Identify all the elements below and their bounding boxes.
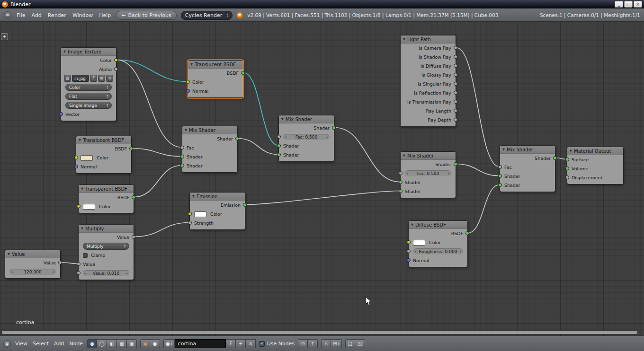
socket-alpha[interactable] bbox=[114, 67, 118, 71]
info-editor-type-button[interactable]: ≡ bbox=[4, 11, 11, 19]
socket-roughness-0-000[interactable] bbox=[407, 249, 411, 253]
image-name-field[interactable]: in.jpg bbox=[72, 75, 89, 82]
snap-magnet-button[interactable]: ∩ bbox=[321, 339, 331, 348]
node-header[interactable]: ▼Translucent BSDF bbox=[76, 136, 131, 144]
socket-shader[interactable] bbox=[498, 174, 502, 178]
unlink-image-button[interactable]: × bbox=[106, 75, 113, 82]
increment-icon[interactable]: ▸ bbox=[53, 270, 54, 274]
menu-help[interactable]: Help bbox=[98, 12, 112, 18]
node-mix1[interactable]: ▼Mix ShaderShader◂Fac: 0.500▸ShaderShade… bbox=[278, 115, 334, 162]
go-to-parent-button[interactable]: ↥ bbox=[308, 339, 318, 348]
socket-shader[interactable] bbox=[399, 180, 402, 184]
collapse-icon[interactable]: ▼ bbox=[79, 138, 81, 142]
menu-view[interactable]: View bbox=[14, 341, 28, 347]
slider-fac-0-500[interactable]: ◂Fac: 0.500▸ bbox=[283, 134, 330, 140]
fake-user-button[interactable]: F bbox=[226, 339, 236, 348]
fake-user-button[interactable]: F bbox=[90, 75, 97, 82]
socket-value[interactable] bbox=[58, 261, 62, 264]
region-expand-button[interactable]: + bbox=[1, 33, 8, 40]
socket-is-transmission-ray[interactable] bbox=[454, 100, 457, 104]
paste-nodes-button[interactable]: ◳ bbox=[355, 339, 365, 348]
socket-shader[interactable] bbox=[277, 153, 281, 157]
socket-strength[interactable] bbox=[188, 221, 192, 225]
collapse-icon[interactable]: ▼ bbox=[81, 187, 83, 191]
socket-vector[interactable] bbox=[59, 112, 63, 116]
socket-fac-0-500[interactable] bbox=[277, 135, 281, 139]
lamp-nodes-button[interactable]: ◐ bbox=[107, 339, 117, 348]
horizontal-scrollbar[interactable] bbox=[1, 330, 638, 334]
socket-bsdf[interactable] bbox=[132, 195, 135, 199]
socket-color[interactable] bbox=[114, 58, 118, 62]
socket-volume[interactable] bbox=[565, 167, 569, 170]
socket-shader[interactable] bbox=[498, 183, 502, 187]
increment-icon[interactable]: ▸ bbox=[460, 250, 462, 254]
node-multiply[interactable]: ▼MultiplyValueMultiply▴▾ClampValue◂Value… bbox=[78, 224, 134, 280]
socket-color[interactable] bbox=[74, 156, 78, 159]
value-field-120-000[interactable]: ◂120.000▸ bbox=[9, 269, 56, 275]
socket-normal[interactable] bbox=[407, 258, 411, 262]
scrollbar-thumb[interactable] bbox=[2, 331, 637, 334]
socket-value[interactable] bbox=[132, 235, 135, 239]
collapse-icon[interactable]: ▼ bbox=[192, 194, 195, 198]
socket-shader[interactable] bbox=[553, 156, 557, 160]
socket-fac[interactable] bbox=[180, 146, 184, 149]
menu-render[interactable]: Render bbox=[47, 12, 67, 18]
socket-normal[interactable] bbox=[74, 165, 78, 168]
node-transl2[interactable]: ▼Translucent BSDFBSDFColorNormal bbox=[76, 136, 132, 174]
socket-fac[interactable] bbox=[498, 165, 502, 169]
dropdown-multiply[interactable]: Multiply▴▾ bbox=[83, 243, 129, 250]
node-header[interactable]: ▼Light Path bbox=[401, 35, 456, 44]
collapse-icon[interactable]: ▼ bbox=[63, 50, 66, 53]
node-header[interactable]: ▼Transparent BSDF bbox=[79, 185, 134, 193]
socket-shader[interactable] bbox=[454, 162, 457, 166]
socket-is-camera-ray[interactable] bbox=[454, 46, 457, 50]
socket-shader[interactable] bbox=[180, 155, 184, 158]
use-nodes-checkbox[interactable]: ✓ Use Nodes bbox=[259, 341, 295, 347]
socket-normal[interactable] bbox=[186, 89, 190, 93]
menu-window[interactable]: Window bbox=[72, 12, 94, 18]
close-button[interactable]: × bbox=[634, 1, 642, 8]
socket-ray-depth[interactable] bbox=[454, 118, 457, 122]
node-value[interactable]: ▼ValueValue◂120.000▸ bbox=[5, 250, 61, 279]
increment-icon[interactable]: ▸ bbox=[126, 272, 128, 275]
color-swatch[interactable] bbox=[83, 204, 95, 210]
node-mix2[interactable]: ▼Mix ShaderShaderFacShaderShader bbox=[182, 126, 238, 173]
node-header[interactable]: ▼Translucent BSDF bbox=[188, 61, 243, 69]
render-engine-select[interactable]: Cycles Render ▴▾ bbox=[181, 11, 233, 20]
collapse-icon[interactable]: ▼ bbox=[185, 128, 187, 132]
socket-shader[interactable] bbox=[235, 137, 239, 140]
node-header[interactable]: ▼Mix Shader bbox=[182, 126, 237, 134]
collapse-icon[interactable]: ▼ bbox=[502, 148, 505, 151]
socket-bsdf[interactable] bbox=[465, 231, 469, 235]
socket-value[interactable] bbox=[77, 262, 80, 266]
node-editor-canvas[interactable]: ▼Image TextureColorAlpha▤in.jpgF⊞×Color▴… bbox=[0, 22, 644, 336]
socket-emission[interactable] bbox=[243, 203, 247, 207]
socket-bsdf[interactable] bbox=[129, 147, 133, 150]
socket-value-0-010[interactable] bbox=[77, 271, 80, 275]
slider-value-0-010[interactable]: ◂Value: 0.010▸ bbox=[83, 270, 129, 277]
node-mix3[interactable]: ▼Mix ShaderShader◂Fac: 0.500▸ShaderShade… bbox=[400, 151, 456, 198]
browse-material-button[interactable]: ● ▴▾ bbox=[163, 339, 175, 348]
node-transp[interactable]: ▼Transparent BSDFBSDFColor bbox=[78, 184, 134, 213]
socket-color[interactable] bbox=[407, 240, 411, 244]
new-material-button[interactable]: + bbox=[236, 339, 246, 348]
pin-button[interactable]: ⊙ bbox=[298, 339, 308, 348]
socket-shader[interactable] bbox=[332, 126, 336, 130]
socket-is-diffuse-ray[interactable] bbox=[454, 64, 457, 68]
menu-select[interactable]: Select bbox=[32, 341, 50, 347]
color-swatch[interactable] bbox=[80, 155, 93, 161]
color-swatch[interactable] bbox=[194, 211, 206, 217]
node-header[interactable]: ▼Image Texture bbox=[61, 48, 116, 56]
node-mix4[interactable]: ▼Mix ShaderShaderFacShaderShader bbox=[500, 145, 555, 192]
node-header[interactable]: ▼Mix Shader bbox=[279, 115, 334, 123]
node-header[interactable]: ▼Value bbox=[5, 250, 60, 258]
restore-button[interactable]: □ bbox=[624, 1, 633, 8]
minimize-button[interactable]: _ bbox=[615, 1, 623, 8]
compositing-nodes-button[interactable]: ▣ bbox=[127, 339, 137, 348]
collapse-icon[interactable]: ▼ bbox=[281, 117, 284, 121]
dropdown-color[interactable]: Color▴▾ bbox=[65, 84, 112, 91]
menu-node[interactable]: Node bbox=[68, 341, 84, 347]
collapse-icon[interactable]: ▼ bbox=[403, 154, 405, 158]
menu-add[interactable]: Add bbox=[53, 341, 65, 347]
unlink-material-button[interactable]: × bbox=[246, 339, 256, 348]
